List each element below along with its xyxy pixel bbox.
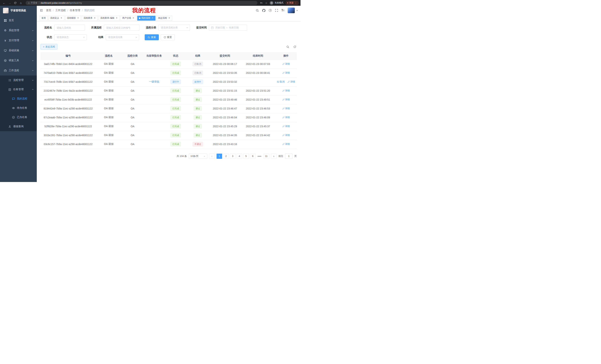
browser-update-button[interactable]: 更新 ⋮ xyxy=(286,1,299,5)
browser-home-button[interactable]: ⌂ xyxy=(19,1,23,5)
app-logo[interactable]: 芋道管理系统 xyxy=(0,6,37,15)
tab[interactable]: 我的流程 × xyxy=(137,16,155,21)
breadcrumb-home[interactable]: 首页 xyxy=(46,9,51,12)
address-bar[interactable]: ⚠ 不安全 dashboard.yudao.iocoder.cn /bpm/ta… xyxy=(26,1,257,5)
password-key-icon[interactable] xyxy=(260,1,263,4)
github-icon[interactable] xyxy=(262,9,265,12)
status-select[interactable]: 请选择状态 xyxy=(54,34,87,40)
sidebar-item-my-process[interactable]: 我的流程 xyxy=(0,94,37,103)
detail-action[interactable]: 详情 xyxy=(288,80,295,84)
sidebar-item-process-management[interactable]: 流程管理 xyxy=(0,76,37,85)
cell-result: 通过 xyxy=(186,95,209,104)
tab[interactable]: 用户分组 × xyxy=(120,16,136,21)
detail-label: 详情 xyxy=(285,98,290,101)
page-size-select[interactable]: 10条/页 xyxy=(189,153,207,159)
page-button[interactable]: 1 xyxy=(217,153,222,159)
sidebar-item-home[interactable]: 首页 xyxy=(0,15,37,25)
page-buttons: 1 2 3 4 5 6 ●●● 11 xyxy=(217,153,269,159)
sidebar-item-task-management[interactable]: 任务管理 xyxy=(0,85,37,94)
detail-action[interactable]: 详情 xyxy=(282,98,290,101)
reset-button[interactable]: 重置 xyxy=(161,34,175,40)
sidebar-item-done-tasks[interactable]: 已办任务 xyxy=(0,113,37,122)
close-icon[interactable]: × xyxy=(93,17,96,19)
user-avatar[interactable] xyxy=(288,8,295,13)
page-button[interactable]: 6 xyxy=(250,153,256,159)
page-button[interactable]: 11 xyxy=(263,153,269,159)
date-range-picker[interactable]: 开始日期 - 结束日期 xyxy=(209,25,247,31)
edit-icon xyxy=(282,72,285,74)
table-row: 52ffd28e-7b9a-11ec-a290-acde48001122 OA … xyxy=(40,122,297,131)
browser-reload-button[interactable] xyxy=(13,1,18,5)
sidebar-item-payment[interactable]: ¥ 支付管理 xyxy=(0,35,37,46)
refresh-table-icon[interactable] xyxy=(293,45,297,49)
detail-action[interactable]: 详情 xyxy=(282,107,290,110)
detail-action[interactable]: 详情 xyxy=(282,134,290,137)
process-name-input[interactable] xyxy=(54,25,85,31)
detail-label: 详情 xyxy=(285,134,290,137)
next-page-button[interactable]: › xyxy=(271,153,277,159)
sidebar-item-system[interactable]: ⚙ 系统管理 xyxy=(0,25,37,35)
detail-label: 详情 xyxy=(285,62,290,66)
detail-action[interactable]: 详情 xyxy=(282,125,290,128)
close-icon[interactable]: × xyxy=(77,17,79,19)
tab[interactable]: 流程模型 × xyxy=(65,16,81,21)
page-button[interactable]: 4 xyxy=(237,153,242,159)
detail-action[interactable]: 详情 xyxy=(282,71,290,75)
bookmark-star-icon[interactable]: ☆ xyxy=(265,1,267,4)
cell-current-task xyxy=(143,95,165,104)
filter-result: 结果 请选择流结果 xyxy=(92,34,139,40)
sidebar-fold-icon[interactable] xyxy=(40,9,43,12)
belong-process-input[interactable] xyxy=(104,25,140,31)
page-button[interactable]: 5 xyxy=(243,153,249,159)
security-label[interactable]: 不安全 xyxy=(31,1,38,4)
search-button[interactable]: 搜索 xyxy=(145,34,159,40)
tab[interactable]: 首页 xyxy=(40,16,48,21)
detail-action[interactable]: 详情 xyxy=(282,116,290,119)
breadcrumb-workflow[interactable]: 工作流程 xyxy=(55,9,66,12)
tab[interactable]: 流程表单 × xyxy=(82,16,98,21)
tab[interactable]: 发起流程 × xyxy=(156,16,172,21)
browser-back-button[interactable]: ← xyxy=(2,1,6,5)
tab[interactable]: 流程表单-编辑 × xyxy=(99,16,120,21)
sidebar-item-devtools[interactable]: 研发工具 xyxy=(0,56,37,66)
sidebar-item-infrastructure[interactable]: 基础设施 xyxy=(0,46,37,56)
close-icon[interactable]: × xyxy=(151,17,154,19)
fullscreen-icon[interactable] xyxy=(275,9,278,12)
close-icon[interactable]: × xyxy=(132,17,135,19)
close-icon[interactable]: × xyxy=(168,17,170,19)
avatar-caret-icon[interactable]: ▾ xyxy=(297,10,298,11)
cell-status: 已完成 xyxy=(165,140,186,149)
current-task-link[interactable]: 一级审批 xyxy=(149,80,159,83)
page-button[interactable]: 2 xyxy=(223,153,229,159)
sidebar-item-todo-tasks[interactable]: 待办任务 xyxy=(0,103,37,113)
tab[interactable]: 流程定义 × xyxy=(49,16,64,21)
toggle-search-icon[interactable] xyxy=(286,45,290,49)
help-icon[interactable]: ? xyxy=(269,9,272,12)
breadcrumb-task-management[interactable]: 任务管理 xyxy=(70,9,80,12)
start-process-button[interactable]: + 发起流程 xyxy=(40,44,57,49)
browser-forward-button[interactable]: → xyxy=(7,1,12,5)
detail-action[interactable]: 详情 xyxy=(282,89,290,92)
process-name-label: 流程名 xyxy=(43,26,52,29)
sidebar-item-workflow[interactable]: 工作流程 xyxy=(0,66,37,76)
detail-action[interactable]: 详情 xyxy=(282,143,290,146)
result-badge: 已取消 xyxy=(193,62,203,66)
page-button[interactable]: ●●● xyxy=(257,153,262,159)
url-path: /bpm/task/my xyxy=(69,2,82,4)
search-icon[interactable] xyxy=(256,9,259,12)
sidebar-item-leave-query[interactable]: 请假查询 xyxy=(0,122,37,131)
cell-id: 7317cec6-7b9b-11ec-b5b7-acde48001122 xyxy=(40,77,96,86)
close-icon[interactable]: × xyxy=(115,17,118,19)
goto-page-input[interactable] xyxy=(285,153,292,159)
category-select[interactable]: 请选择流程分类 xyxy=(159,25,190,31)
browser-menu-icon[interactable]: ⋮ xyxy=(295,1,297,4)
close-icon[interactable]: × xyxy=(60,17,63,19)
detail-action[interactable]: 详情 xyxy=(282,62,290,66)
process-table: 编号 流程名 流程分类 当前审批任务 状态 结果 提交时间 结束时间 操作 xyxy=(40,52,297,149)
cancel-action[interactable]: 取消 xyxy=(277,80,285,84)
prev-page-button[interactable]: ‹ xyxy=(209,153,215,159)
font-size-icon[interactable]: TT xyxy=(281,9,284,12)
chrome-right-controls: ☆ 无痕模式 更新 ⋮ xyxy=(260,1,299,5)
page-button[interactable]: 3 xyxy=(230,153,235,159)
result-select[interactable]: 请选择流结果 xyxy=(106,34,139,40)
